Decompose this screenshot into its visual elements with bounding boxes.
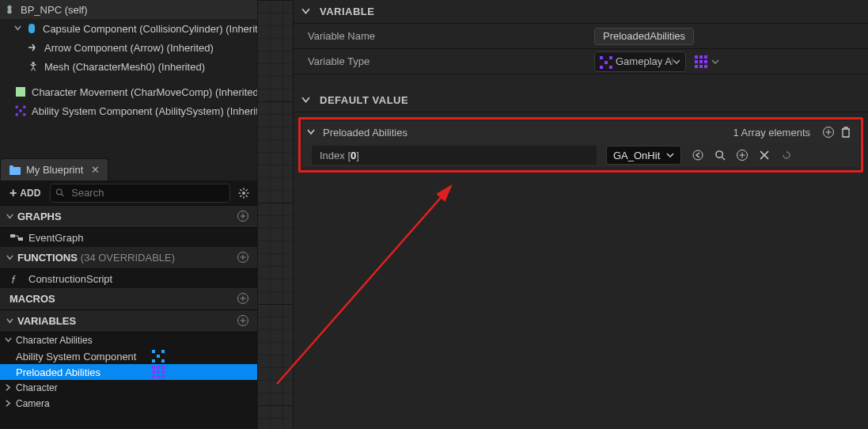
section-variables-label: VARIABLES [17, 315, 76, 327]
svg-point-36 [693, 150, 703, 160]
browse-button[interactable] [711, 146, 729, 164]
svg-rect-22 [18, 237, 23, 241]
chevron-down-icon [307, 128, 315, 136]
section-macros[interactable]: MACROS [0, 288, 257, 310]
component-asc-label: Ability System Component (AbilitySystem)… [32, 105, 257, 117]
add-button-label: ADD [20, 188, 40, 199]
tab-close-button[interactable]: ✕ [91, 164, 100, 176]
component-arrow-label: Arrow Component (Arrow) (Inherited) [44, 42, 214, 54]
use-selected-button[interactable] [689, 146, 707, 164]
add-function-button[interactable] [237, 251, 251, 265]
item-constructionscript[interactable]: ƒ ConstructionScript [0, 269, 257, 288]
plus-icon: + [9, 187, 17, 199]
arrow-icon [27, 41, 40, 54]
search-field[interactable] [70, 186, 225, 199]
chevron-right-icon [5, 384, 13, 392]
var-category-character[interactable]: Character [0, 380, 257, 396]
capsule-icon [25, 22, 38, 35]
actor-icon [3, 3, 16, 16]
svg-rect-4 [16, 87, 25, 97]
array-name: Preloaded Abilities [323, 127, 407, 139]
chevron-down-icon [6, 254, 14, 262]
ability-icon [14, 104, 27, 117]
component-movement-label: Character Movement (CharMoveComp) (Inher… [32, 86, 257, 98]
var-category-character-abilities[interactable]: Character Abilities [0, 332, 257, 348]
function-icon: ƒ [9, 273, 24, 284]
item-eventgraph[interactable]: EventGraph [0, 228, 257, 247]
category-default-value[interactable]: DEFAULT VALUE [294, 89, 868, 112]
svg-line-15 [246, 195, 248, 196]
component-capsule-label: Capsule Component (CollisionCylinder) (I… [43, 23, 257, 35]
component-root-label: BP_NPC (self) [21, 4, 88, 16]
add-graph-button[interactable] [237, 210, 251, 224]
search-icon [55, 188, 65, 198]
add-element-button[interactable] [820, 123, 837, 141]
chevron-down-icon [666, 151, 674, 159]
section-functions-sub: (34 OVERRIDABLE) [81, 252, 175, 264]
chevron-down-icon [301, 96, 310, 104]
chevron-down-icon [673, 58, 680, 66]
settings-button[interactable] [235, 184, 252, 202]
svg-line-8 [62, 194, 64, 196]
reset-button[interactable] [778, 146, 795, 164]
component-mesh-label: Mesh (CharacterMesh0) (Inherited) [44, 61, 205, 73]
component-asc[interactable]: Ability System Component (AbilitySystem)… [0, 101, 257, 120]
tab-my-blueprint-label: My Blueprint [26, 164, 83, 176]
svg-rect-21 [10, 234, 15, 237]
var-preloaded-label: Preloaded Abilities [16, 366, 100, 378]
insert-element-button[interactable] [733, 146, 751, 164]
svg-point-3 [32, 62, 35, 65]
section-graphs[interactable]: GRAPHS [0, 206, 257, 228]
var-category-label: Character [16, 382, 58, 393]
variable-type-text: Gameplay Abi [616, 55, 673, 67]
blueprint-icon [9, 164, 21, 177]
chevron-down-icon [301, 7, 310, 16]
add-macro-button[interactable] [237, 292, 251, 306]
svg-line-17 [246, 189, 248, 191]
component-mesh[interactable]: Mesh (CharacterMesh0) (Inherited) [0, 57, 257, 76]
component-root[interactable]: BP_NPC (self) [0, 0, 257, 19]
add-button[interactable]: + ADD [5, 186, 45, 200]
section-macros-label: MACROS [9, 293, 55, 305]
component-capsule[interactable]: Capsule Component (CollisionCylinder) (I… [0, 19, 257, 38]
var-asc[interactable]: Ability System Component [0, 348, 257, 364]
section-variables[interactable]: VARIABLES [0, 310, 257, 332]
component-movement[interactable]: Character Movement (CharMoveComp) (Inher… [0, 82, 257, 101]
chevron-down-icon [6, 213, 14, 221]
expand-icon [14, 25, 22, 32]
svg-line-14 [240, 189, 241, 191]
skeletal-mesh-icon [27, 60, 40, 73]
remove-element-button[interactable] [756, 146, 773, 164]
array-index-label: Index [ 0 ] [312, 146, 597, 165]
svg-rect-6 [9, 165, 13, 168]
var-preloaded[interactable]: Preloaded Abilities [0, 364, 257, 380]
class-picker[interactable]: GA_OnHit [606, 146, 681, 165]
chevron-down-icon [711, 58, 719, 66]
clear-array-button[interactable] [837, 123, 855, 141]
chevron-right-icon [5, 400, 13, 408]
object-type-icon [151, 351, 165, 362]
component-arrow[interactable]: Arrow Component (Arrow) (Inherited) [0, 38, 257, 57]
class-type-icon [600, 56, 611, 67]
gear-icon [237, 187, 250, 199]
category-variable[interactable]: VARIABLE [294, 0, 868, 24]
section-functions[interactable]: FUNCTIONS (34 OVERRIDABLE) [0, 247, 257, 269]
section-graphs-label: GRAPHS [17, 211, 62, 222]
tab-my-blueprint[interactable]: My Blueprint ✕ [0, 158, 108, 180]
container-type-button[interactable] [692, 53, 710, 70]
category-default-value-label: DEFAULT VALUE [320, 94, 408, 106]
add-variable-button[interactable] [237, 314, 251, 328]
var-asc-label: Ability System Component [16, 351, 136, 363]
variable-name-field[interactable]: PreloadedAbilities [594, 28, 694, 45]
chevron-down-icon [6, 317, 14, 325]
svg-point-7 [57, 189, 63, 195]
class-picker-value: GA_OnHit [613, 150, 660, 161]
array-type-icon [151, 366, 165, 378]
array-element-row: Index [ 0 ] GA_OnHit [302, 143, 859, 167]
variable-type-picker[interactable]: Gameplay Abi [594, 51, 686, 72]
var-category-camera[interactable]: Camera [0, 396, 257, 412]
var-category-label: Camera [16, 398, 50, 409]
svg-text:ƒ: ƒ [10, 274, 16, 283]
search-input[interactable] [50, 184, 230, 203]
svg-rect-5 [9, 167, 21, 175]
